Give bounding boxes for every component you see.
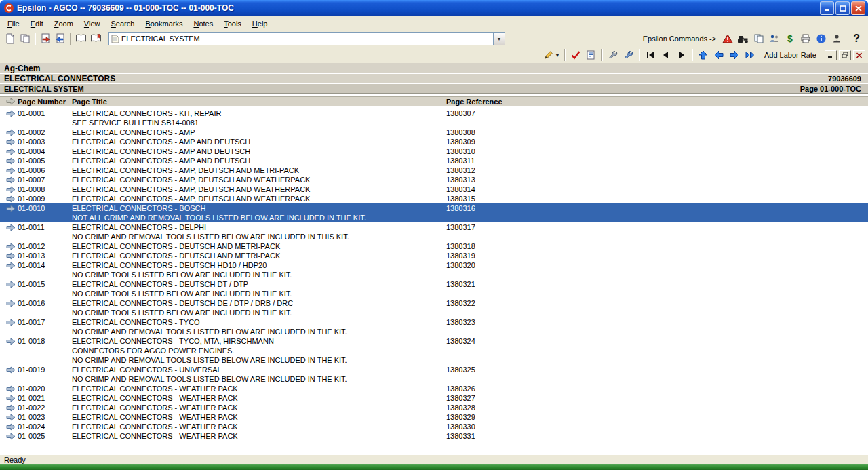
row-arrow-icon <box>0 281 18 288</box>
child-restore-button[interactable] <box>839 50 851 60</box>
tractor-icon[interactable] <box>736 32 751 45</box>
table-row[interactable]: 01-0009ELECTRICAL CONNECTORS - AMP, DEUT… <box>0 194 868 203</box>
row-page-number: 01-0004 <box>18 147 72 155</box>
header-arrow-icon <box>0 98 18 105</box>
table-row[interactable]: 01-0023ELECTRICAL CONNECTORS - WEATHER P… <box>0 412 868 422</box>
help-icon[interactable]: ? <box>853 33 860 45</box>
row-arrow-icon <box>0 404 18 412</box>
menu-item-bookmarks[interactable]: Bookmarks <box>140 18 188 30</box>
table-row[interactable]: 01-0022ELECTRICAL CONNECTORS - WEATHER P… <box>0 403 868 412</box>
menu-item-help[interactable]: Help <box>247 18 273 30</box>
prev-page-icon[interactable] <box>658 48 673 62</box>
row-note: NO CRIMP AND REMOVAL TOOLS LISTED BELOW … <box>72 356 446 364</box>
document-icon <box>109 35 121 43</box>
row-page-reference: 1380309 <box>446 138 868 146</box>
menu-item-zoom[interactable]: Zoom <box>49 18 79 30</box>
row-page-number: 01-0020 <box>18 385 72 393</box>
row-page-title: ELECTRICAL CONNECTORS - WEATHER PACK <box>72 385 446 393</box>
row-page-number: 01-0007 <box>18 176 72 184</box>
menu-item-search[interactable]: Search <box>106 18 140 30</box>
menu-item-notes[interactable]: Notes <box>188 18 218 30</box>
table-row[interactable]: 01-0002ELECTRICAL CONNECTORS - AMP138030… <box>0 128 868 137</box>
table-row[interactable]: 01-0001ELECTRICAL CONNECTORS - KIT, REPA… <box>0 109 868 128</box>
table-row[interactable]: 01-0014ELECTRICAL CONNECTORS - DEUTSCH H… <box>0 260 868 279</box>
up-icon[interactable] <box>696 48 711 62</box>
row-arrow-icon <box>0 157 18 165</box>
warning-icon[interactable] <box>720 32 735 45</box>
window-title: Epsilon - AGCO -- 79036609 -- 01-000-TOC… <box>17 3 234 13</box>
first-page-icon[interactable] <box>643 48 658 62</box>
edit-icon[interactable] <box>541 48 556 62</box>
row-note: CONNECTORS FOR AGCO POWER ENGINES. <box>72 347 446 355</box>
table-row[interactable]: 01-0021ELECTRICAL CONNECTORS - WEATHER P… <box>0 393 868 403</box>
tool-icon[interactable] <box>606 48 620 62</box>
row-page-title: ELECTRICAL CONNECTORS - DEUTSCH DT / DTP <box>72 280 446 288</box>
row-page-title: ELECTRICAL CONNECTORS - DEUTSCH AND METR… <box>72 252 446 260</box>
table-row[interactable]: 01-0018ELECTRICAL CONNECTORS - TYCO, MTA… <box>0 336 868 365</box>
taskbar-strip[interactable] <box>0 464 868 470</box>
info-icon[interactable] <box>814 32 829 45</box>
table-row[interactable]: 01-0015ELECTRICAL CONNECTORS - DEUTSCH D… <box>0 279 868 298</box>
row-page-number: 01-0001 <box>18 109 72 117</box>
table-row[interactable]: 01-0013ELECTRICAL CONNECTORS - DEUTSCH A… <box>0 251 868 260</box>
table-row[interactable]: 01-0010ELECTRICAL CONNECTORS - BOSCH1380… <box>0 203 868 222</box>
row-page-reference: 1380321 <box>446 280 868 288</box>
table-row[interactable]: 01-0006ELECTRICAL CONNECTORS - AMP, DEUT… <box>0 165 868 175</box>
row-page-number: 01-0017 <box>18 318 72 326</box>
forward-icon[interactable] <box>727 48 742 62</box>
checkmark-icon[interactable] <box>568 48 583 62</box>
epsilon-commands-group: Epsilon Commands -> $ ? <box>643 32 865 45</box>
chevron-down-icon[interactable]: ▼ <box>493 33 505 45</box>
menu-item-edit[interactable]: Edit <box>25 18 49 30</box>
user-icon[interactable] <box>829 32 844 45</box>
printer-icon[interactable] <box>798 32 813 45</box>
bookmarks-icon[interactable] <box>88 32 103 45</box>
hand-tool-icon[interactable] <box>621 48 636 62</box>
documents-icon[interactable] <box>18 32 33 45</box>
table-row[interactable]: 01-0020ELECTRICAL CONNECTORS - WEATHER P… <box>0 384 868 393</box>
table-row[interactable]: 01-0012ELECTRICAL CONNECTORS - DEUTSCH A… <box>0 241 868 251</box>
table-row[interactable]: 01-0016ELECTRICAL CONNECTORS - DEUTSCH D… <box>0 298 868 317</box>
child-minimize-button[interactable] <box>825 50 837 60</box>
table-row[interactable]: 01-0007ELECTRICAL CONNECTORS - AMP, DEUT… <box>0 175 868 184</box>
row-arrow-icon <box>0 319 18 326</box>
table-row[interactable]: 01-0011ELECTRICAL CONNECTORS - DELPHI138… <box>0 222 868 241</box>
notes-icon[interactable] <box>584 48 599 62</box>
row-page-number: 01-0025 <box>18 432 72 440</box>
row-note: NO CRIMP TOOLS LISTED BELOW ARE INCLUDED… <box>72 271 446 279</box>
next-page-icon[interactable] <box>674 48 689 62</box>
row-page-number: 01-0006 <box>18 166 72 174</box>
column-header-page-reference: Page Reference <box>446 98 868 106</box>
child-close-button[interactable] <box>853 50 865 60</box>
menu-item-view[interactable]: View <box>79 18 106 30</box>
table-row[interactable]: 01-0024ELECTRICAL CONNECTORS - WEATHER P… <box>0 422 868 431</box>
copy-icon[interactable] <box>751 32 766 45</box>
menu-item-file[interactable]: File <box>2 18 25 30</box>
book-selector[interactable]: ELECTRICAL SYSTEM ▼ <box>108 32 505 45</box>
close-button[interactable] <box>851 1 865 15</box>
add-labor-rate-button[interactable]: Add Labor Rate <box>764 51 816 59</box>
table-row[interactable]: 01-0008ELECTRICAL CONNECTORS - AMP, DEUT… <box>0 184 868 194</box>
skip-forward-icon[interactable] <box>743 48 757 62</box>
minimize-button[interactable] <box>820 1 834 15</box>
table-row[interactable]: 01-0019ELECTRICAL CONNECTORS - UNIVERSAL… <box>0 365 868 384</box>
chevron-down-icon[interactable]: ▼ <box>555 52 560 58</box>
open-book-icon[interactable] <box>73 32 88 45</box>
svg-text:$: $ <box>787 33 793 44</box>
table-row[interactable]: 01-0005ELECTRICAL CONNECTORS - AMP AND D… <box>0 156 868 165</box>
group-icon[interactable] <box>767 32 782 45</box>
back-icon[interactable] <box>711 48 726 62</box>
row-arrow-icon <box>0 300 18 307</box>
row-page-title: ELECTRICAL CONNECTORS - UNIVERSAL <box>72 366 446 374</box>
table-row[interactable]: 01-0003ELECTRICAL CONNECTORS - AMP AND D… <box>0 137 868 146</box>
find-page-icon[interactable] <box>53 32 68 45</box>
table-row[interactable]: 01-0025ELECTRICAL CONNECTORS - WEATHER P… <box>0 431 868 441</box>
table-row[interactable]: 01-0017ELECTRICAL CONNECTORS - TYCO13803… <box>0 317 868 336</box>
table-row[interactable]: 01-0004ELECTRICAL CONNECTORS - AMP AND D… <box>0 146 868 156</box>
row-page-reference: 1380312 <box>446 166 868 174</box>
goto-page-icon[interactable] <box>38 32 53 45</box>
maximize-button[interactable] <box>835 1 850 15</box>
new-document-icon[interactable] <box>3 32 18 45</box>
dollar-icon[interactable]: $ <box>783 32 797 45</box>
menu-item-tools[interactable]: Tools <box>218 18 247 30</box>
